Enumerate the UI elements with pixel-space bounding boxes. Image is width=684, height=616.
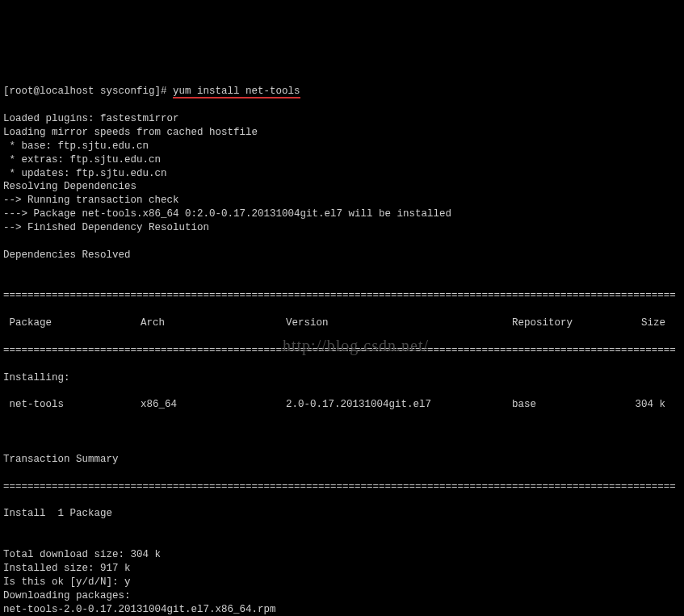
output-line: Downloading packages: — [3, 589, 681, 603]
output-line: --> Finished Dependency Resolution — [3, 221, 681, 235]
output-line: net-tools-2.0-0.17.20131004git.el7.x86_6… — [3, 603, 681, 617]
blank — [3, 425, 681, 439]
output-line — [3, 262, 681, 276]
output-line: Total download size: 304 k — [3, 548, 681, 562]
installing-label: Installing: — [3, 371, 681, 385]
hdr-package: Package — [3, 316, 141, 330]
hdr-arch: Arch — [141, 316, 286, 330]
output-line: Resolving Dependencies — [3, 180, 681, 194]
tx-summary-label: Transaction Summary — [3, 453, 681, 467]
pkg-repo: base — [512, 398, 617, 412]
command-yum-install: yum install net-tools — [173, 86, 300, 98]
output-line: Loaded plugins: fastestmirror — [3, 112, 681, 126]
pkg-row: net-toolsx86_642.0-0.17.20131004git.el7b… — [3, 398, 681, 412]
hdr-repository: Repository — [512, 316, 617, 330]
output-line: Dependencies Resolved — [3, 249, 681, 262]
output-line: * extras: ftp.sjtu.edu.cn — [3, 153, 681, 167]
output-line — [3, 534, 681, 548]
prompt-line-1: [root@localhost sysconfig]# yum install … — [3, 85, 681, 98]
output-line: Loading mirror speeds from cached hostfi… — [3, 126, 681, 140]
pkg-name: net-tools — [3, 398, 141, 412]
pkg-size: 304 k — [617, 398, 665, 412]
divider-double-mid: ========================================… — [3, 344, 681, 358]
pkg-header-row: PackageArchVersionRepositorySize — [3, 316, 681, 330]
hdr-size: Size — [617, 316, 665, 330]
output-line: --> Running transaction check — [3, 194, 681, 207]
prompt-prefix: [root@localhost sysconfig]# — [3, 86, 173, 97]
output-line: ---> Package net-tools.x86_64 0:2.0-0.17… — [3, 207, 681, 221]
pkg-version: 2.0-0.17.20131004git.el7 — [286, 398, 512, 412]
hdr-version: Version — [286, 316, 512, 330]
divider-double-bot: ========================================… — [3, 480, 681, 494]
output-line: Installed size: 917 k — [3, 562, 681, 576]
output-line — [3, 235, 681, 249]
output-line: * updates: ftp.sjtu.edu.cn — [3, 167, 681, 181]
output-line: Is this ok [y/d/N]: y — [3, 576, 681, 589]
divider-double-top: ========================================… — [3, 289, 681, 303]
output-line: * base: ftp.sjtu.edu.cn — [3, 140, 681, 153]
pkg-arch: x86_64 — [141, 398, 286, 412]
install-count: Install 1 Package — [3, 507, 681, 521]
